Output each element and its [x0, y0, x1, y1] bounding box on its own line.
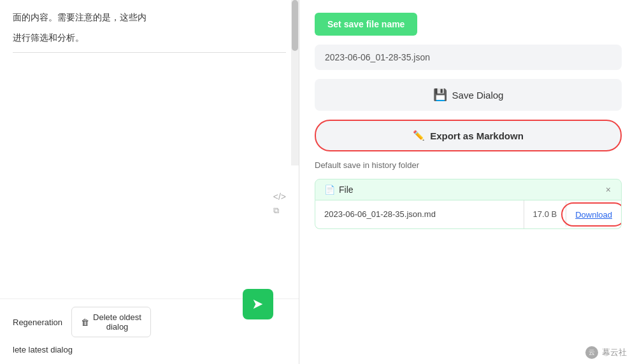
- send-button[interactable]: [243, 289, 273, 319]
- arrow-button-container: [243, 289, 273, 319]
- default-save-text: Default save in history folder: [315, 160, 622, 170]
- watermark: 云 幕云社: [585, 346, 627, 359]
- watermark-text: 幕云社: [602, 347, 627, 358]
- delete-oldest-label: Delete oldest dialog: [93, 312, 141, 332]
- code-icons-area: </> ⧉: [273, 192, 286, 216]
- file-header-left: 📄 File: [324, 185, 354, 195]
- scrollbar-track[interactable]: [291, 0, 299, 165]
- arrow-icon: [251, 297, 265, 311]
- save-dialog-label: Save Dialog: [452, 90, 504, 101]
- left-text-line2: 进行筛选和分析。: [13, 31, 286, 46]
- delete-oldest-button[interactable]: 🗑 Delete oldest dialog: [71, 307, 151, 337]
- file-icon: 📄: [324, 185, 335, 195]
- trash-icon: 🗑: [81, 318, 89, 327]
- regeneration-button[interactable]: Regeneration: [13, 318, 62, 327]
- file-row: 2023-06-06_01-28-35.json.md 17.0 B Downl…: [315, 200, 622, 229]
- file-label: File: [339, 185, 354, 195]
- left-panel: 面的内容。需要注意的是，这些内 进行筛选和分析。 </> ⧉ Regenerat…: [0, 0, 299, 364]
- file-header: 📄 File ×: [315, 179, 622, 200]
- download-button[interactable]: Download: [575, 210, 612, 220]
- export-markdown-button[interactable]: ✏️ Export as Markdown: [315, 120, 622, 151]
- file-close-button[interactable]: ×: [605, 185, 612, 195]
- save-dialog-button[interactable]: 💾 Save Dialog: [315, 79, 622, 111]
- right-panel: Set save file name 2023-06-06_01-28-35.j…: [299, 0, 637, 364]
- export-markdown-label: Export as Markdown: [430, 130, 524, 141]
- file-size-cell: 17.0 B: [524, 202, 567, 227]
- watermark-icon: 云: [585, 346, 598, 359]
- left-content: 面的内容。需要注意的是，这些内 进行筛选和分析。 </> ⧉: [0, 0, 299, 298]
- floppy-icon: 💾: [433, 88, 447, 102]
- code-bracket-icon[interactable]: </>: [273, 192, 286, 202]
- file-download-cell: Download: [566, 201, 621, 228]
- divider: [13, 52, 286, 53]
- pencil-icon: ✏️: [413, 130, 425, 141]
- bottom-row2: lete latest dialog: [13, 344, 286, 355]
- scrollbar-thumb[interactable]: [292, 0, 298, 51]
- set-filename-button[interactable]: Set save file name: [315, 13, 417, 36]
- filename-display: 2023-06-06_01-28-35.json: [315, 45, 622, 70]
- left-text-line1: 面的内容。需要注意的是，这些内: [13, 10, 286, 25]
- copy-icon[interactable]: ⧉: [273, 206, 286, 216]
- file-name-cell: 2023-06-06_01-28-35.json.md: [315, 200, 524, 228]
- file-section: 📄 File × 2023-06-06_01-28-35.json.md 17.…: [315, 179, 622, 229]
- delete-latest-button[interactable]: lete latest dialog: [13, 345, 73, 354]
